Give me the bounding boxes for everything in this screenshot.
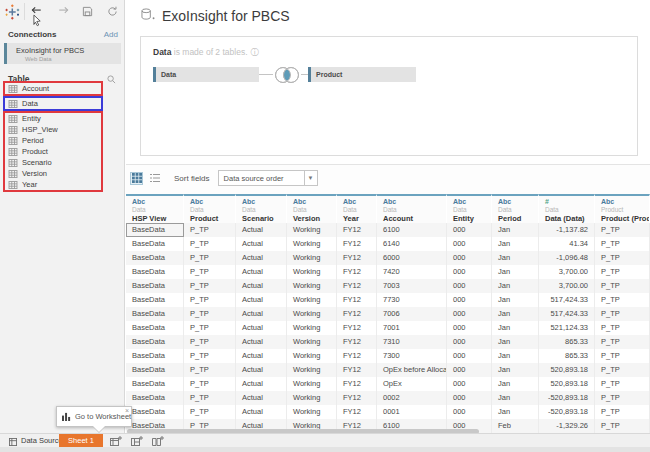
cell[interactable]: FY12 xyxy=(337,279,377,293)
cell[interactable]: 000 xyxy=(447,279,492,293)
cell[interactable]: 7001 xyxy=(377,321,447,335)
cell[interactable]: Jan xyxy=(492,307,539,321)
cell[interactable]: BaseData xyxy=(126,237,184,251)
column-header-data-data[interactable]: #DataData (Data) xyxy=(539,194,595,223)
cell[interactable]: P_TP xyxy=(595,405,650,419)
cell[interactable]: P_TP xyxy=(595,321,650,335)
cell[interactable]: Working xyxy=(287,321,337,335)
cell[interactable]: 521,124.33 xyxy=(539,321,595,335)
cell[interactable]: P_TP xyxy=(184,307,236,321)
cell[interactable]: 7003 xyxy=(377,279,447,293)
cell[interactable]: FY12 xyxy=(337,237,377,251)
join-table-data[interactable]: Data xyxy=(153,67,259,82)
cell[interactable]: 000 xyxy=(447,363,492,377)
cell[interactable]: FY12 xyxy=(337,377,377,391)
cell[interactable]: FY12 xyxy=(337,307,377,321)
cell[interactable]: Jan xyxy=(492,237,539,251)
column-header-product-product[interactable]: AbcProductProduct (Product) xyxy=(595,194,650,223)
cell[interactable]: BaseData xyxy=(126,391,184,405)
cell[interactable]: FY12 xyxy=(337,251,377,265)
table-item-version[interactable]: Version xyxy=(5,168,101,179)
cell[interactable]: BaseData xyxy=(126,363,184,377)
cell[interactable]: P_TP xyxy=(595,251,650,265)
cell[interactable]: Jan xyxy=(492,335,539,349)
cell[interactable]: Jan xyxy=(492,265,539,279)
cell[interactable]: -1,137.82 xyxy=(539,223,595,237)
cell[interactable]: P_TP xyxy=(595,265,650,279)
cell[interactable]: P_TP xyxy=(595,419,650,433)
column-header-period[interactable]: AbcDataPeriod xyxy=(492,194,539,223)
cell[interactable]: BaseData xyxy=(126,321,184,335)
cell[interactable]: Actual xyxy=(236,265,287,279)
cell[interactable]: 000 xyxy=(447,349,492,363)
cell[interactable]: Actual xyxy=(236,405,287,419)
cell[interactable]: BaseData xyxy=(126,307,184,321)
cell[interactable]: P_TP xyxy=(595,391,650,405)
cell[interactable]: 6140 xyxy=(377,237,447,251)
cell[interactable]: P_TP xyxy=(595,293,650,307)
refresh-button[interactable] xyxy=(104,3,120,19)
cell[interactable]: 517,424.33 xyxy=(539,293,595,307)
cell[interactable]: P_TP xyxy=(184,391,236,405)
cell[interactable]: 0001 xyxy=(377,405,447,419)
info-icon[interactable]: ⓘ xyxy=(251,48,259,57)
cell[interactable]: P_TP xyxy=(595,237,650,251)
cell[interactable]: Jan xyxy=(492,391,539,405)
cell[interactable]: FY12 xyxy=(337,265,377,279)
cell[interactable]: Working xyxy=(287,363,337,377)
cell[interactable]: 520,893.18 xyxy=(539,377,595,391)
cell[interactable]: P_TP xyxy=(184,321,236,335)
cell[interactable]: Actual xyxy=(236,377,287,391)
cell[interactable]: P_TP xyxy=(595,349,650,363)
cell[interactable]: BaseData xyxy=(126,335,184,349)
cell[interactable]: P_TP xyxy=(184,349,236,363)
cell[interactable]: Actual xyxy=(236,391,287,405)
cell[interactable]: FY12 xyxy=(337,335,377,349)
cell[interactable]: P_TP xyxy=(184,279,236,293)
cell[interactable]: Jan xyxy=(492,293,539,307)
cell[interactable]: 000 xyxy=(447,391,492,405)
cell[interactable]: 000 xyxy=(447,377,492,391)
cell[interactable]: FY12 xyxy=(337,391,377,405)
join-table-product[interactable]: Product xyxy=(308,67,416,82)
cell[interactable]: Jan xyxy=(492,349,539,363)
cell[interactable]: P_TP xyxy=(184,405,236,419)
cell[interactable]: -520,893.18 xyxy=(539,405,595,419)
cell[interactable]: P_TP xyxy=(595,335,650,349)
cell[interactable]: FY12 xyxy=(337,321,377,335)
cell[interactable]: Jan xyxy=(492,405,539,419)
table-item-entity[interactable]: Entity xyxy=(5,113,101,124)
cell[interactable]: P_TP xyxy=(184,265,236,279)
column-header-version[interactable]: AbcDataVersion xyxy=(287,194,337,223)
cell[interactable]: Actual xyxy=(236,307,287,321)
cell[interactable]: P_TP xyxy=(184,293,236,307)
cell[interactable]: P_TP xyxy=(595,363,650,377)
table-item-product[interactable]: Product xyxy=(5,146,101,157)
tab-sheet1[interactable]: Sheet 1 xyxy=(59,434,103,447)
cell[interactable]: Working xyxy=(287,391,337,405)
new-story-button[interactable] xyxy=(152,436,164,446)
cell[interactable]: 000 xyxy=(447,307,492,321)
cell[interactable]: BaseData xyxy=(126,405,184,419)
search-icon[interactable] xyxy=(107,70,116,88)
cell[interactable]: P_TP xyxy=(595,279,650,293)
cell[interactable]: 517,424.33 xyxy=(539,307,595,321)
cell[interactable]: Jan xyxy=(492,363,539,377)
cell[interactable]: Working xyxy=(287,405,337,419)
inner-join-icon[interactable] xyxy=(273,65,301,85)
cell[interactable]: BaseData xyxy=(126,349,184,363)
cell[interactable]: 000 xyxy=(447,251,492,265)
cell[interactable]: P_TP xyxy=(595,377,650,391)
cell[interactable]: Actual xyxy=(236,279,287,293)
cell[interactable]: Feb xyxy=(492,419,539,433)
cell[interactable]: -1,096.48 xyxy=(539,251,595,265)
cell[interactable]: 000 xyxy=(447,237,492,251)
cell[interactable]: BaseData xyxy=(126,223,184,237)
cell[interactable]: FY12 xyxy=(337,349,377,363)
cell[interactable]: 7310 xyxy=(377,335,447,349)
cell[interactable]: Working xyxy=(287,223,337,237)
cell[interactable]: 000 xyxy=(447,405,492,419)
connection-item[interactable]: ExoInsight for PBCS Web Data xyxy=(4,43,121,64)
cell[interactable]: Working xyxy=(287,237,337,251)
cell[interactable]: Working xyxy=(287,335,337,349)
